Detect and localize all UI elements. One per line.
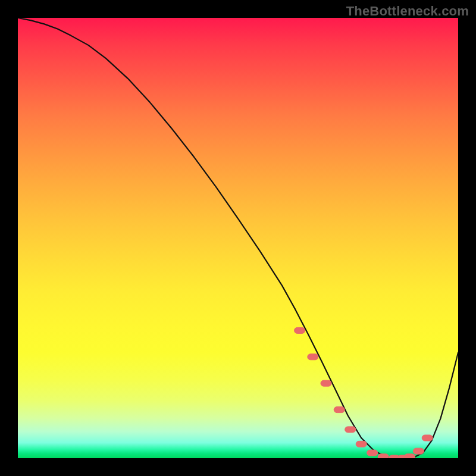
curve-marker [422, 435, 433, 441]
watermark-text: TheBottleneck.com [346, 4, 469, 19]
curve-marker [356, 441, 367, 447]
curve-marker [367, 450, 378, 456]
curve-marker [413, 448, 424, 454]
curve-marker [321, 380, 331, 386]
curve-marker [295, 327, 305, 333]
curve-marker [345, 427, 356, 433]
curve-marker [308, 354, 318, 360]
curve-layer [18, 18, 458, 458]
bottleneck-curve [18, 18, 458, 458]
plot-area [18, 18, 458, 458]
curve-marker [405, 454, 415, 458]
curve-marker [334, 407, 345, 413]
chart-frame: TheBottleneck.com [0, 0, 476, 476]
curve-marker [378, 454, 389, 458]
